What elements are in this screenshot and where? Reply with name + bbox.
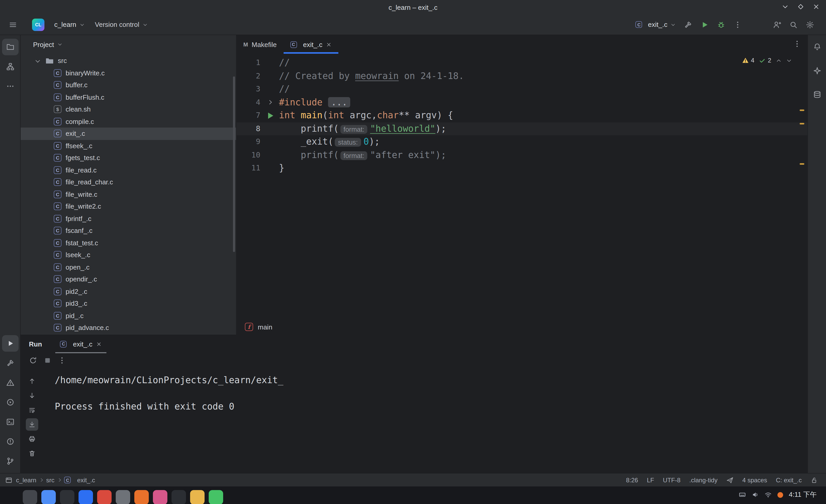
tree-item-pid2_.c[interactable]: Cpid2_.c	[21, 285, 236, 298]
code-editor[interactable]: 1//2// Created by meowrain on 24-1-18.3/…	[237, 54, 808, 319]
editor-breadcrumbs[interactable]: f main	[237, 319, 808, 335]
tree-item-fstat_test.c[interactable]: Cfstat_test.c	[21, 237, 236, 249]
breadcrumb-file[interactable]: exit_.c	[77, 477, 95, 484]
run-tab-exit-c[interactable]: C exit_.c	[55, 335, 108, 353]
project-selector[interactable]: c_learn	[51, 18, 88, 31]
taskbar-app-icon[interactable]	[134, 490, 149, 504]
scroll-to-end-button[interactable]	[26, 418, 38, 431]
next-issue-icon[interactable]	[786, 58, 792, 63]
resolve-context-widget[interactable]: C: exit_.c	[776, 477, 802, 484]
main-menu-button[interactable]	[5, 17, 21, 32]
wifi-icon[interactable]	[765, 491, 772, 498]
run-more-options-button[interactable]	[58, 356, 66, 366]
breadcrumb-function[interactable]: main	[258, 323, 272, 331]
run-toolwindow-button[interactable]	[2, 335, 18, 352]
search-everywhere-button[interactable]	[786, 17, 801, 32]
tree-item-file_read_char.c[interactable]: Cfile_read_char.c	[21, 176, 236, 188]
code-line-2[interactable]: 2// Created by meowrain on 24-1-18.	[237, 69, 808, 83]
tab-options-button[interactable]	[793, 40, 801, 49]
taskbar-app-icon[interactable]	[116, 490, 130, 504]
tab-exit-c[interactable]: C exit_.c	[283, 35, 338, 54]
notifications-button[interactable]	[809, 39, 825, 55]
tree-item-file_write.c[interactable]: Cfile_write.c	[21, 188, 236, 200]
notification-dot-icon[interactable]	[777, 492, 783, 498]
tab-makefile[interactable]: M Makefile	[237, 35, 283, 54]
inspections-widget[interactable]: 4 2	[742, 57, 792, 64]
inspections-toolwindow-button[interactable]	[2, 433, 18, 450]
problems-toolwindow-button[interactable]	[2, 374, 18, 391]
run-panel-title[interactable]: Run	[29, 340, 42, 348]
down-stacktrace-button[interactable]	[26, 389, 38, 402]
warning-stripe-mark[interactable]	[800, 163, 804, 165]
code-line-7[interactable]: 7int main(int argc,char** argv) {	[237, 109, 808, 122]
taskbar-app-icon[interactable]	[78, 490, 93, 504]
line-separator[interactable]: LF	[647, 477, 654, 484]
code-line-3[interactable]: 3//	[237, 83, 808, 96]
build-toolwindow-button[interactable]	[2, 355, 18, 371]
code-line-4[interactable]: 4#include ...	[237, 96, 808, 109]
tree-item-pid_advance.c[interactable]: Cpid_advance.c	[21, 322, 236, 334]
vcs-widget[interactable]: Version control	[91, 18, 151, 31]
taskbar-app-icon[interactable]	[209, 490, 223, 504]
taskbar-app-icon[interactable]	[23, 490, 37, 504]
tree-item-fgets_test.c[interactable]: Cfgets_test.c	[21, 152, 236, 164]
indent-widget[interactable]: 4 spaces	[742, 477, 767, 484]
run-configuration-selector[interactable]: C exit_.c	[632, 18, 679, 31]
translate-widget[interactable]	[726, 477, 733, 484]
console-output[interactable]: /home/meowrain/CLionProjects/c_learn/exi…	[43, 369, 808, 473]
clang-tidy-widget[interactable]: .clang-tidy	[689, 477, 717, 484]
project-scrollbar[interactable]	[233, 76, 235, 252]
taskbar-app-icon[interactable]	[41, 490, 56, 504]
prev-issue-icon[interactable]	[776, 58, 781, 63]
tree-item-exit_.c[interactable]: Cexit_.c	[21, 128, 236, 140]
warning-stripe-mark[interactable]	[800, 110, 804, 111]
services-toolwindow-button[interactable]	[2, 394, 18, 411]
code-with-me-button[interactable]	[769, 17, 785, 32]
tree-item-opendir_.c[interactable]: Copendir_.c	[21, 273, 236, 285]
taskbar-app-icon[interactable]	[153, 490, 167, 504]
tree-item-bufferFlush.c[interactable]: CbufferFlush.c	[21, 91, 236, 103]
tree-item-pid3_.c[interactable]: Cpid3_.c	[21, 298, 236, 310]
more-toolwindows-button[interactable]	[2, 78, 18, 94]
settings-button[interactable]	[802, 17, 818, 32]
minimize-button[interactable]	[781, 3, 789, 12]
tree-item-file_read.c[interactable]: Cfile_read.c	[21, 164, 236, 176]
database-button[interactable]	[809, 86, 825, 103]
project-toolwindow-button[interactable]	[2, 39, 18, 55]
tree-item-pid_.c[interactable]: Cpid_.c	[21, 310, 236, 322]
warnings-count[interactable]: 4	[742, 57, 754, 64]
rerun-button[interactable]	[29, 356, 37, 366]
fold-chevron-icon[interactable]	[268, 100, 272, 105]
breadcrumb-project[interactable]: c_learn	[16, 477, 37, 484]
maximize-button[interactable]	[797, 3, 804, 12]
tree-item-lseek_.c[interactable]: Clseek_.c	[21, 249, 236, 261]
taskbar-app-icon[interactable]	[172, 490, 186, 504]
code-line-11[interactable]: 11}	[237, 162, 808, 175]
close-tab-icon[interactable]	[96, 341, 102, 347]
tree-item-fprintf_.c[interactable]: Cfprintf_.c	[21, 212, 236, 225]
taskbar-app-icon[interactable]	[60, 490, 74, 504]
passed-checks-count[interactable]: 2	[759, 57, 771, 64]
more-actions-button[interactable]	[730, 17, 746, 32]
keyboard-icon[interactable]	[739, 491, 746, 498]
taskbar-app-icon[interactable]	[97, 490, 112, 504]
git-toolwindow-button[interactable]	[2, 453, 18, 469]
titlebar[interactable]: c_learn – exit_.c	[0, 0, 826, 14]
lock-widget[interactable]	[811, 477, 818, 484]
tree-item-src[interactable]: src	[21, 55, 236, 67]
tree-item-buffer.c[interactable]: Cbuffer.c	[21, 79, 236, 91]
code-line-9[interactable]: 9 _exit(status:0);	[237, 135, 808, 148]
debug-button[interactable]	[713, 17, 729, 32]
code-line-8[interactable]: 8 printf(format:"helloworld");	[237, 122, 808, 135]
tree-item-clean.sh[interactable]: $clean.sh	[21, 103, 236, 115]
code-line-10[interactable]: 10 printf(format:"after exit");	[237, 148, 808, 162]
tree-item-fscanf_.c[interactable]: Cfscanf_.c	[21, 225, 236, 237]
close-button[interactable]	[813, 3, 820, 12]
clock[interactable]: 4:11 下午	[789, 490, 817, 499]
code-line-1[interactable]: 1//	[237, 56, 808, 69]
tree-item-file_write2.c[interactable]: Cfile_write2.c	[21, 200, 236, 212]
chevron-down-icon[interactable]	[36, 58, 40, 62]
soft-wrap-button[interactable]	[26, 404, 38, 416]
tree-item-binaryWrite.c[interactable]: CbinaryWrite.c	[21, 67, 236, 79]
stop-button[interactable]	[43, 356, 52, 366]
